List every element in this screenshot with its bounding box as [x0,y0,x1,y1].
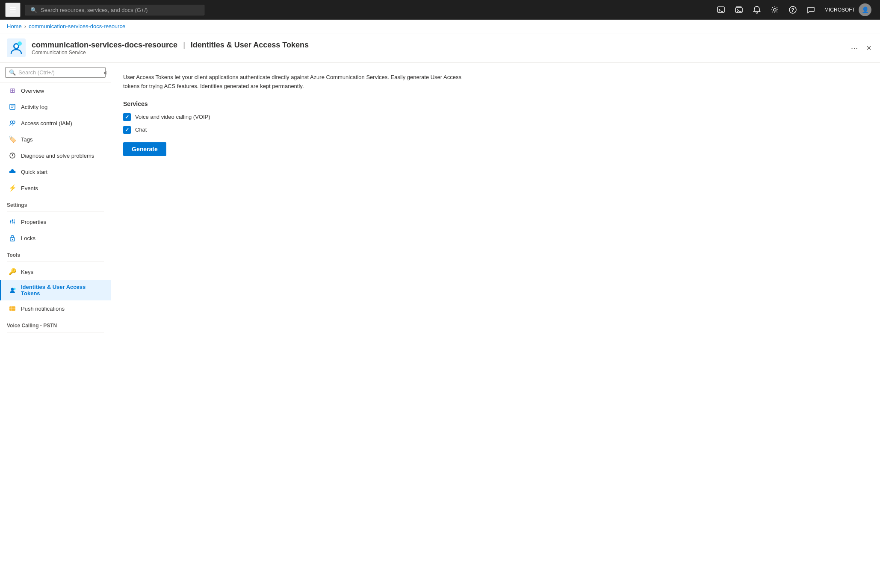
events-icon: ⚡ [8,184,17,192]
sidebar-search-input[interactable] [18,69,102,76]
page-header-title: communication-services-docs-resource | I… [32,41,309,56]
generate-button[interactable]: Generate [123,142,166,156]
sidebar-search-container: 🔍 [0,63,111,82]
breadcrumb: Home › communication-services-docs-resou… [0,20,880,33]
locks-icon [8,234,17,242]
chat-checkbox[interactable] [123,126,131,134]
identities-icon [8,286,17,294]
svg-rect-11 [10,104,15,109]
svg-point-18 [12,157,13,158]
keys-icon: 🔑 [8,268,17,276]
sidebar-item-label: Locks [21,235,35,241]
terminal-icon[interactable] [713,4,729,16]
nav-icons: ? MICROSOFT 👤 [713,2,875,18]
resource-icon [7,38,26,57]
global-search-bar: 🔍 [25,5,204,15]
content-area: User Access Tokens let your client appli… [111,63,880,588]
sidebar-item-tags[interactable]: 🏷️ Tags [0,131,111,147]
sidebar-item-label: Access control (IAM) [21,120,72,126]
svg-point-25 [14,222,15,223]
svg-point-31 [14,288,16,290]
services-title: Services [123,100,868,107]
cloud-shell-icon[interactable] [731,4,747,16]
tags-icon: 🏷️ [8,135,17,144]
sidebar-item-label: Overview [21,88,44,94]
sidebar-item-label: Activity log [21,104,47,110]
svg-point-10 [18,41,22,46]
global-search-input[interactable] [41,7,199,13]
voip-label: Voice and video calling (VOIP) [135,114,210,120]
svg-rect-32 [9,306,15,311]
search-icon: 🔍 [30,7,37,13]
close-button[interactable]: × [865,41,873,55]
page-header-actions: ··· × [849,41,873,55]
sidebar-item-diagnose[interactable]: Diagnose and solve problems [0,147,111,164]
settings-section-title: Settings [0,196,111,210]
sidebar-item-label: Events [21,185,38,191]
sidebar-item-locks[interactable]: Locks [0,230,111,246]
settings-icon[interactable] [767,4,783,16]
main-layout: 🔍 « ⊞ Overview Activity log Access contr… [0,63,880,588]
sidebar-item-label: Tags [21,136,32,143]
sidebar-item-label: Push notifications [21,306,65,312]
svg-text:?: ? [791,7,794,13]
sidebar-collapse-button[interactable]: « [100,67,111,78]
voip-option: Voice and video calling (VOIP) [123,113,868,121]
sidebar-item-properties[interactable]: Properties [0,214,111,230]
sidebar-item-activity-log[interactable]: Activity log [0,99,111,115]
help-icon[interactable]: ? [785,4,800,16]
hamburger-menu[interactable]: ☰ [5,3,21,17]
sidebar-item-identities[interactable]: Identities & User Access Tokens [0,280,111,300]
svg-point-29 [12,239,13,240]
breadcrumb-separator: › [24,23,26,29]
chat-option: Chat [123,126,868,134]
user-profile[interactable]: MICROSOFT 👤 [821,2,875,18]
top-nav: ☰ 🔍 ? MICROSOFT 👤 [0,0,880,20]
quickstart-icon [8,168,17,176]
sidebar-item-keys[interactable]: 🔑 Keys [0,264,111,280]
activity-log-icon [8,103,17,111]
sidebar-item-overview[interactable]: ⊞ Overview [0,82,111,99]
push-notifications-icon [8,304,17,313]
page-header: communication-services-docs-resource | I… [0,33,880,63]
svg-point-30 [11,288,14,291]
svg-point-22 [12,220,13,221]
content-description: User Access Tokens let your client appli… [123,73,465,91]
sidebar-item-label: Identities & User Access Tokens [21,284,104,297]
avatar: 👤 [859,3,871,16]
tools-divider [7,262,104,262]
properties-icon [8,218,17,226]
resource-title: communication-services-docs-resource | I… [32,41,309,50]
breadcrumb-home[interactable]: Home [7,23,22,29]
sidebar: 🔍 « ⊞ Overview Activity log Access contr… [0,63,111,588]
access-control-icon [8,119,17,127]
diagnose-icon [8,151,17,160]
breadcrumb-resource[interactable]: communication-services-docs-resource [29,23,125,29]
sidebar-item-label: Quick start [21,169,47,175]
more-actions-button[interactable]: ··· [849,41,860,55]
sidebar-item-events[interactable]: ⚡ Events [0,180,111,196]
notification-icon[interactable] [749,4,765,16]
svg-point-4 [774,9,776,11]
resource-subtitle: Communication Service [32,50,309,56]
svg-point-9 [15,44,18,48]
settings-divider [7,212,104,212]
sidebar-item-access-control[interactable]: Access control (IAM) [0,115,111,131]
sidebar-item-quickstart[interactable]: Quick start [0,164,111,180]
voice-divider [7,332,104,332]
user-label: MICROSOFT [824,7,855,13]
tools-section-title: Tools [0,246,111,260]
sidebar-item-label: Diagnose and solve problems [21,153,94,159]
chat-label: Chat [135,126,147,133]
sidebar-search-icon: 🔍 [9,69,16,76]
overview-icon: ⊞ [8,86,17,95]
sidebar-item-label: Properties [21,219,46,225]
voice-section-title: Voice Calling - PSTN [0,317,111,330]
voip-checkbox[interactable] [123,113,131,121]
feedback-icon[interactable] [803,4,818,16]
sidebar-item-label: Keys [21,269,33,275]
sidebar-item-push-notifications[interactable]: Push notifications [0,300,111,317]
